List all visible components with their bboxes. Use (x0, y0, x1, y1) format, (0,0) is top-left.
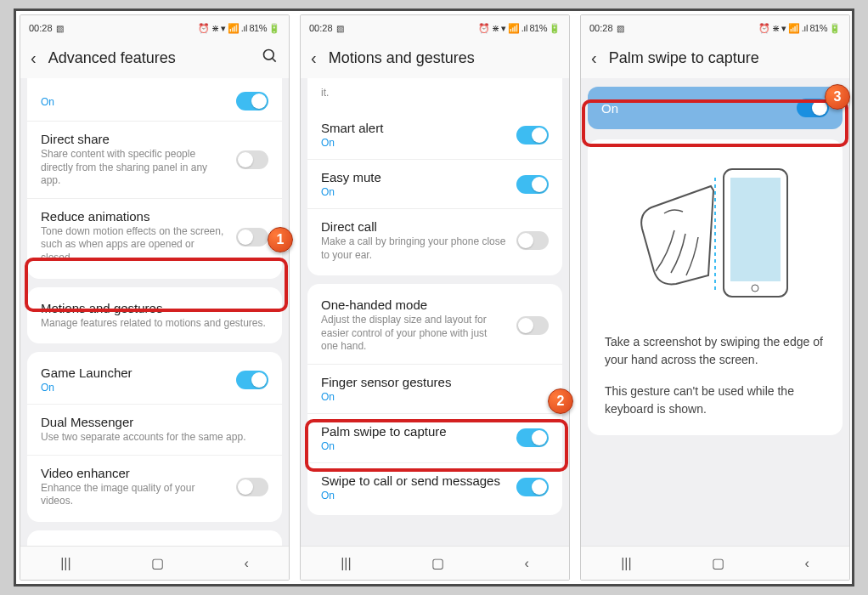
item-title: Reduce animations (41, 209, 226, 224)
item-title: Direct share (41, 132, 226, 146)
pic-icon: ▧ (617, 24, 624, 33)
item-title: One-handed mode (321, 298, 506, 312)
status-bar: 00:28▧ ⏰ ⋇ ▾ 📶 .ıl 81% 🔋 (581, 15, 849, 37)
card: On Direct share Share content with speci… (27, 78, 282, 279)
status-on: On (321, 186, 506, 198)
status-on: On (321, 391, 549, 403)
nav-recents-icon[interactable]: ||| (324, 551, 368, 576)
status-on: On (321, 137, 506, 149)
item-title: Motions and gestures (41, 301, 268, 315)
item-sos[interactable]: Send SOS messages Off (27, 534, 282, 546)
toggle[interactable] (516, 316, 549, 335)
status-time: 00:28 (29, 23, 53, 33)
item-game-launcher[interactable]: Game Launcher On (27, 355, 282, 404)
master-toggle-row[interactable]: On (588, 87, 843, 129)
svg-point-0 (264, 49, 274, 60)
item-title: Game Launcher (41, 366, 226, 380)
card: it. Smart alertOn Easy muteOn Direct cal… (307, 78, 562, 275)
item-sub-partial: it. (307, 82, 562, 110)
item-direct-share[interactable]: Direct share Share content with specific… (27, 121, 282, 198)
item-title: Easy mute (321, 170, 506, 184)
status-on: On (321, 490, 506, 502)
content: On (581, 78, 849, 546)
desc-line-1: Take a screenshot by swiping the edge of… (605, 333, 826, 369)
phone-2: 00:28▧ ⏰ ⋇ ▾ 📶 .ıl 81% 🔋 ‹ Motions and g… (300, 14, 570, 581)
svg-rect-3 (730, 178, 781, 281)
nav-recents-icon[interactable]: ||| (604, 551, 648, 576)
item-sub: Tone down motion effects on the screen, … (41, 225, 226, 265)
item-title: Finger sensor gestures (321, 375, 549, 389)
item-sub: Use two separate accounts for the same a… (41, 431, 268, 445)
toggle[interactable] (236, 150, 268, 169)
status-on: On (321, 440, 506, 452)
item-video-enhancer[interactable]: Video enhancer Enhance the image quality… (27, 455, 282, 518)
nav-bar: ||| ▢ ‹ (20, 546, 289, 580)
svg-point-4 (752, 285, 758, 292)
nav-home-icon[interactable]: ▢ (134, 550, 181, 576)
content: On Direct share Share content with speci… (20, 78, 289, 546)
palm-swipe-illustration (605, 156, 826, 318)
nav-back-icon[interactable]: ‹ (507, 551, 545, 576)
status-icons: ⏰ ⋇ ▾ 📶 .ıl 81% 🔋 (198, 19, 280, 37)
container: 00:28▧ ⏰ ⋇ ▾ 📶 .ıl 81% 🔋 ‹ Advanced feat… (14, 8, 854, 586)
page-title: Palm swipe to capture (609, 49, 839, 67)
item-easy-mute[interactable]: Easy muteOn (307, 159, 562, 208)
back-icon[interactable]: ‹ (31, 48, 37, 68)
item-motions-gestures[interactable]: Motions and gestures Manage features rel… (27, 291, 282, 341)
item-reduce-animations[interactable]: Reduce animations Tone down motion effec… (27, 198, 282, 275)
toggle[interactable] (236, 228, 268, 246)
item-sub: Share content with specific people direc… (41, 148, 226, 188)
pic-icon: ▧ (56, 24, 64, 33)
toggle[interactable] (516, 231, 549, 250)
toggle[interactable] (236, 478, 268, 496)
toggle[interactable] (516, 126, 549, 144)
badge-3: 3 (825, 84, 850, 110)
page-title: Advanced features (48, 49, 262, 67)
nav-bar: ||| ▢ ‹ (581, 546, 849, 580)
header: ‹ Motions and gestures (301, 37, 569, 78)
status-on: On (41, 382, 226, 394)
nav-recents-icon[interactable]: ||| (43, 551, 87, 576)
toggle[interactable] (236, 92, 268, 110)
item-one-handed[interactable]: One-handed modeAdjust the display size a… (307, 287, 562, 364)
phone-1: 00:28▧ ⏰ ⋇ ▾ 📶 .ıl 81% 🔋 ‹ Advanced feat… (20, 14, 290, 581)
nav-back-icon[interactable]: ‹ (787, 551, 826, 576)
status-icons: ⏰ ⋇ ▾ 📶 .ıl 81% 🔋 (758, 19, 841, 37)
item-swipe-call[interactable]: Swipe to call or send messagesOn (307, 462, 562, 512)
back-icon[interactable]: ‹ (311, 48, 317, 68)
phone-3: 00:28▧ ⏰ ⋇ ▾ 📶 .ıl 81% 🔋 ‹ Palm swipe to… (580, 14, 850, 581)
nav-back-icon[interactable]: ‹ (227, 551, 265, 576)
item-dual-messenger[interactable]: Dual Messenger Use two separate accounts… (27, 404, 282, 455)
item-sub: Manage features related to motions and g… (41, 317, 268, 331)
desc-line-2: This gesture can't be used while the key… (605, 382, 826, 418)
toggle[interactable] (516, 175, 549, 194)
description: Take a screenshot by swiping the edge of… (605, 333, 826, 418)
master-toggle[interactable] (797, 99, 829, 117)
header: ‹ Palm swipe to capture (581, 37, 849, 78)
item-palm-swipe[interactable]: Palm swipe to captureOn (307, 413, 562, 462)
item-sub: Adjust the display size and layout for e… (321, 314, 506, 354)
toggle[interactable] (516, 478, 549, 496)
item-finger-sensor[interactable]: Finger sensor gesturesOn (307, 364, 562, 413)
status-bar: 00:28▧ ⏰ ⋇ ▾ 📶 .ıl 81% 🔋 (301, 15, 569, 37)
toggle[interactable] (516, 428, 549, 447)
pic-icon: ▧ (336, 24, 344, 33)
item-smart-alert[interactable]: Smart alertOn (307, 110, 562, 159)
nav-home-icon[interactable]: ▢ (414, 550, 461, 576)
master-toggle-label: On (601, 101, 618, 116)
toggle[interactable] (236, 371, 268, 389)
status-time: 00:28 (309, 23, 333, 33)
item-partial[interactable]: On (27, 82, 282, 121)
item-direct-call[interactable]: Direct callMake a call by bringing your … (307, 208, 562, 272)
nav-home-icon[interactable]: ▢ (695, 550, 741, 576)
item-title: Dual Messenger (41, 415, 268, 429)
search-icon[interactable] (262, 48, 279, 69)
content: it. Smart alertOn Easy muteOn Direct cal… (301, 78, 569, 546)
info-card: Take a screenshot by swiping the edge of… (588, 139, 843, 435)
item-title: Direct call (321, 219, 506, 234)
back-icon[interactable]: ‹ (591, 48, 597, 68)
card: One-handed modeAdjust the display size a… (307, 284, 562, 515)
item-title: Smart alert (321, 121, 506, 135)
nav-bar: ||| ▢ ‹ (301, 546, 569, 580)
status-icons: ⏰ ⋇ ▾ 📶 .ıl 81% 🔋 (478, 19, 561, 37)
